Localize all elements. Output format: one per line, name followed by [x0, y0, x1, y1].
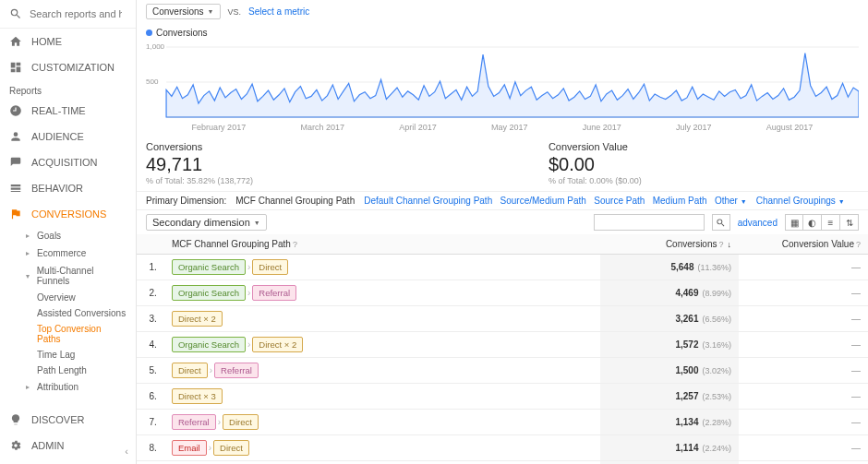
caret-right-icon: ▸	[26, 249, 33, 257]
view-percentage-icon[interactable]: ◐	[803, 214, 822, 231]
view-data-table-icon[interactable]: ▦	[785, 214, 803, 231]
x-tick: March 2017	[300, 123, 344, 132]
nav-label: ADMIN	[31, 440, 64, 451]
view-performance-icon[interactable]: ≡	[822, 214, 840, 231]
channel-chip-direct: Direct	[172, 363, 208, 378]
col-path[interactable]: MCF Channel Grouping Path?	[164, 234, 600, 255]
row-conversions: 1,114(2.24%)	[600, 435, 739, 461]
nav-customization[interactable]: CUSTOMIZATION	[0, 54, 136, 80]
table-row[interactable]: 6.Direct × 31,257(2.53%)—	[137, 384, 868, 410]
row-index: 2.	[137, 280, 164, 306]
sub-path-length[interactable]: Path Length	[0, 363, 136, 378]
dim-link[interactable]: Source Path	[594, 196, 645, 206]
row-path: Direct × 2	[164, 306, 600, 332]
table-row[interactable]: 8.Email›Direct1,114(2.24%)—	[137, 435, 868, 461]
row-path: Organic Search›Direct × 2	[164, 332, 600, 358]
primary-dimension-value: MCF Channel Grouping Path	[235, 196, 355, 206]
select-metric-link[interactable]: Select a metric	[248, 6, 309, 17]
table-row[interactable]: 7.Referral›Direct1,134(2.28%)—	[137, 410, 868, 435]
clock-icon	[9, 104, 22, 117]
channel-chip-direct: Direct	[223, 414, 259, 430]
nav-admin[interactable]: ADMIN	[0, 433, 136, 458]
nav-behavior[interactable]: BEHAVIOR	[0, 175, 136, 201]
channel-chip-direct: Direct × 2	[252, 337, 303, 352]
search-icon	[9, 7, 22, 20]
channel-chip-direct: Direct	[252, 259, 288, 275]
row-index: 5.	[137, 358, 164, 384]
sub-attribution[interactable]: ▸Attribution	[0, 378, 136, 396]
channel-groupings-dropdown[interactable]: Channel Groupings ▼	[756, 196, 845, 206]
x-axis-labels: February 2017March 2017April 2017May 201…	[146, 123, 859, 132]
nav-label: BEHAVIOR	[31, 183, 83, 194]
row-conversion-value: —	[739, 358, 868, 384]
sub-time-lag[interactable]: Time Lag	[0, 347, 136, 363]
search-row[interactable]	[0, 0, 136, 29]
row-index: 7.	[137, 410, 164, 435]
row-index: 9.	[137, 461, 164, 465]
nav-label: HOME	[31, 36, 62, 47]
conversion-value-total: $0.00	[549, 154, 642, 175]
gear-icon	[9, 439, 22, 452]
nav-conversions[interactable]: CONVERSIONS	[0, 201, 136, 227]
channel-chip-email: Email	[172, 440, 207, 456]
row-conversions: 5,648(11.36%)	[600, 255, 739, 280]
sub-goals[interactable]: ▸Goals	[0, 227, 136, 244]
table-row[interactable]: 1.Organic Search›Direct5,648(11.36%)—	[137, 255, 868, 280]
metric-dropdown[interactable]: Conversions ▼	[146, 4, 221, 19]
row-conversions: 3,261(6.56%)	[600, 306, 739, 332]
sub-assisted[interactable]: Assisted Conversions	[0, 305, 136, 321]
channel-chip-referral: Referral	[252, 285, 296, 301]
table-row[interactable]: 5.Direct›Referral1,500(3.02%)—	[137, 358, 868, 384]
row-conversions: 1,500(3.02%)	[600, 358, 739, 384]
row-conversion-value: —	[739, 384, 868, 410]
line-chart[interactable]: 1,000 500	[146, 40, 859, 121]
path-arrow-icon: ›	[247, 339, 250, 350]
help-icon[interactable]: ?	[718, 240, 723, 249]
table-row[interactable]: 3.Direct × 23,261(6.56%)—	[137, 306, 868, 332]
channel-chip-referral: Referral	[214, 363, 259, 378]
col-conversions[interactable]: Conversions?↓	[600, 234, 739, 255]
nav-audience[interactable]: AUDIENCE	[0, 124, 136, 149]
help-icon[interactable]: ?	[856, 240, 861, 249]
behavior-icon	[9, 182, 22, 195]
table-row[interactable]: 9.Direct›Organic Search916(1.84%)—	[137, 461, 868, 465]
row-conversion-value: —	[739, 410, 868, 435]
view-comparison-icon[interactable]: ⇅	[840, 214, 859, 231]
help-icon[interactable]: ?	[293, 240, 297, 249]
channel-chip-organic: Organic Search	[172, 337, 246, 352]
dim-link[interactable]: Other ▼	[715, 196, 747, 206]
sub-ecommerce[interactable]: ▸Ecommerce	[0, 244, 136, 262]
advanced-link[interactable]: advanced	[738, 218, 778, 228]
x-tick: July 2017	[676, 123, 712, 132]
row-path: Direct × 3	[164, 384, 600, 410]
search-input[interactable]	[30, 8, 122, 19]
sub-mcf[interactable]: ▾Multi-Channel Funnels	[0, 262, 136, 290]
table-row[interactable]: 2.Organic Search›Referral4,469(8.99%)—	[137, 280, 868, 306]
sub-top-paths[interactable]: Top Conversion Paths	[0, 321, 136, 347]
collapse-sidebar[interactable]: ‹	[125, 446, 128, 457]
nav-acquisition[interactable]: ACQUISITION	[0, 149, 136, 175]
dim-link[interactable]: Medium Path	[653, 196, 707, 206]
dim-link[interactable]: Default Channel Grouping Path	[364, 196, 492, 206]
row-conversions: 916(1.84%)	[600, 461, 739, 465]
nav-label: AUDIENCE	[31, 131, 84, 142]
path-arrow-icon: ›	[247, 262, 250, 272]
row-conversion-value: —	[739, 332, 868, 358]
x-tick: June 2017	[583, 123, 621, 132]
table-search-button[interactable]	[712, 214, 730, 231]
table-row[interactable]: 4.Organic Search›Direct × 21,572(3.16%)—	[137, 332, 868, 358]
col-conversion-value[interactable]: Conversion Value?	[739, 234, 868, 255]
flag-icon	[9, 208, 22, 220]
sub-overview[interactable]: Overview	[0, 290, 136, 305]
nav-home[interactable]: HOME	[0, 29, 136, 54]
nav-discover[interactable]: DISCOVER	[0, 407, 136, 433]
controls-row: Secondary dimension ▼ advanced ▦ ◐ ≡ ⇅	[137, 210, 868, 234]
nav-realtime[interactable]: REAL-TIME	[0, 98, 136, 124]
row-conversion-value: —	[739, 255, 868, 280]
table-search-input[interactable]	[594, 214, 705, 231]
secondary-dimension-dropdown[interactable]: Secondary dimension ▼	[146, 214, 267, 231]
path-arrow-icon: ›	[210, 365, 212, 375]
row-conversion-value: —	[739, 280, 868, 306]
row-conversions: 1,572(3.16%)	[600, 332, 739, 358]
dim-link[interactable]: Source/Medium Path	[500, 196, 586, 206]
